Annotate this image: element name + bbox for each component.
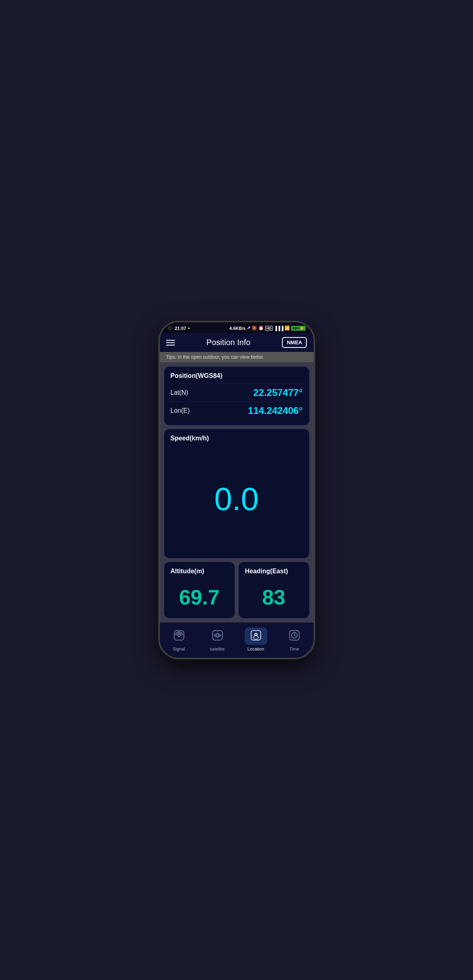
hamburger-line-1 [166,340,175,341]
alarm-icon: ⏰ [258,325,264,331]
page-title: Position Info [206,338,250,347]
wifi-icon: 📶 [284,325,290,331]
latitude-row: Lat(N) 22.257477° [171,384,303,402]
position-card-title: Position(WGS84) [171,372,303,380]
time-nav-label: Time [289,647,299,651]
lat-value: 22.257477° [253,387,302,398]
bottom-cards-row: Altitude(m) 69.7 Heading(East) 83 [164,562,310,619]
speed-card-title: Speed(km/h) [171,435,209,442]
time-nav-icon-wrap [283,627,306,645]
altitude-card: Altitude(m) 69.7 [164,562,235,619]
status-app-icon: ● [188,326,190,330]
altitude-card-title: Altitude(m) [171,568,228,575]
satellite-nav-icon-wrap [206,627,229,645]
location-nav-icon [250,630,262,641]
altitude-value: 69.7 [171,579,228,612]
speed-value-container: 0.0 [171,446,303,552]
top-nav: Position Info NMEA [160,333,314,352]
status-time: 21:07 [175,326,186,331]
hamburger-line-2 [166,342,175,343]
hd-icon: HD [265,326,273,331]
phone-shell: 21:07 ● 4.6KB/s ↗ 🔕 ⏰ HD ▐▐▐ 📶 99%⚡ Posi… [159,321,315,659]
mute-icon: 🔕 [252,325,257,331]
lon-label: Lon(E) [171,407,190,414]
heading-card: Heading(East) 83 [238,562,310,619]
bottom-nav: Signal satellite [160,623,314,658]
signal-nav-label: Signal [173,647,185,651]
svg-rect-5 [251,631,261,640]
battery-indicator: 99%⚡ [291,326,305,331]
location-nav-icon-wrap [245,627,267,645]
speed-value: 0.0 [214,481,259,518]
nav-signal[interactable]: Signal [163,626,195,653]
nav-time[interactable]: Time [278,626,310,653]
longitude-row: Lon(E) 114.242406° [171,402,303,420]
signal-nav-icon-wrap [168,627,190,645]
status-bar: 21:07 ● 4.6KB/s ↗ 🔕 ⏰ HD ▐▐▐ 📶 99%⚡ [160,322,314,333]
signal-arrow-icon: ↗ [247,325,250,331]
signal-nav-icon [173,630,185,641]
camera-dot [168,326,172,330]
hamburger-line-3 [166,345,175,345]
heading-value: 83 [245,579,303,612]
lon-value: 114.242406° [248,405,302,416]
nmea-button[interactable]: NMEA [282,337,307,348]
speed-card: Speed(km/h) 0.0 [164,429,310,558]
tips-text: Tips: In the open outdoor, you can view … [166,354,264,360]
hamburger-menu[interactable] [166,340,175,345]
signal-bars-icon: ▐▐▐ [274,326,283,331]
lat-label: Lat(N) [171,389,188,396]
tips-bar: Tips: In the open outdoor, you can view … [160,352,314,362]
heading-card-title: Heading(East) [245,568,303,575]
time-nav-icon [289,630,300,641]
network-speed: 4.6KB/s [229,326,246,331]
nav-location[interactable]: Location [240,626,272,653]
satellite-nav-icon [212,630,223,641]
location-nav-label: Location [248,647,264,651]
main-content: Position(WGS84) Lat(N) 22.257477° Lon(E)… [160,362,314,623]
nav-satellite[interactable]: satellite [201,626,233,653]
position-card: Position(WGS84) Lat(N) 22.257477° Lon(E)… [164,366,310,426]
satellite-nav-label: satellite [210,647,225,651]
svg-point-1 [178,634,180,637]
